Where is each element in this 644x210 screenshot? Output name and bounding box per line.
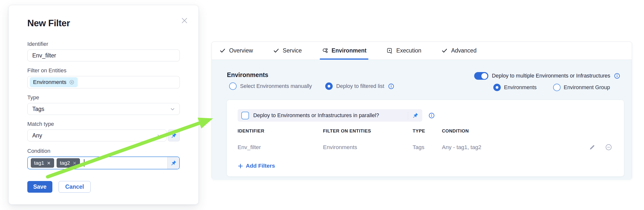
remove-tag-icon[interactable] <box>47 161 51 165</box>
radio-environments[interactable] <box>493 84 501 91</box>
tab-label: Advanced <box>451 47 476 54</box>
match-type-label: Match type <box>27 121 180 127</box>
save-button[interactable]: Save <box>27 181 52 193</box>
condition-input[interactable]: tag1 tag2 <box>27 157 180 169</box>
filters-table-header: IDENTIFIER FILTER ON ENTITIES TYPE CONDI… <box>238 128 613 134</box>
match-type-row: Any <box>27 129 180 141</box>
parallel-checkbox-label: Deploy to Environments or Infrastructure… <box>253 112 379 119</box>
condition-pin-button[interactable] <box>167 157 179 169</box>
type-select-value: Tags <box>32 106 44 112</box>
radio-icon[interactable] <box>229 83 236 90</box>
cell-identifier: Env_filter <box>238 144 323 151</box>
match-type-select[interactable]: Any <box>27 129 166 141</box>
pin-icon <box>170 160 177 166</box>
filters-card: Deploy to Environments or Infrastructure… <box>227 100 624 176</box>
radio-icon[interactable] <box>325 83 333 90</box>
new-filter-modal: New Filter Identifier Filter on Entities… <box>8 5 198 205</box>
chevron-down-icon <box>156 133 162 139</box>
deploy-multiple-toggle-row: Deploy to multiple Environments or Infra… <box>474 72 620 80</box>
remove-row-icon[interactable] <box>605 144 612 151</box>
parallel-row: Deploy to Environments or Infrastructure… <box>238 109 613 122</box>
check-icon <box>441 47 448 54</box>
parallel-checkbox[interactable] <box>241 112 249 119</box>
edit-icon[interactable] <box>589 144 596 151</box>
check-icon <box>219 47 226 54</box>
tab-execution[interactable]: Execution <box>386 42 421 59</box>
deploy-multiple-toggle[interactable] <box>474 72 488 80</box>
divider <box>408 111 408 119</box>
info-icon[interactable] <box>614 73 620 79</box>
filter-on-entities-input[interactable]: Environments <box>27 76 180 88</box>
cancel-button[interactable]: Cancel <box>58 181 90 193</box>
type-select[interactable]: Tags <box>27 103 180 115</box>
radio-environment-group[interactable] <box>553 84 560 91</box>
screen: New Filter Identifier Filter on Entities… <box>0 0 644 210</box>
column-header: TYPE <box>412 128 442 134</box>
pipeline-stage-panel: Overview Service Environment Execution A… <box>212 42 632 180</box>
parallel-checkbox-box: Deploy to Environments or Infrastructure… <box>238 109 422 122</box>
modal-title: New Filter <box>27 18 180 28</box>
identifier-label: Identifier <box>27 41 180 47</box>
tab-label: Environment <box>332 47 367 54</box>
execution-icon <box>386 47 393 54</box>
pin-icon[interactable] <box>412 112 418 119</box>
tab-label: Execution <box>396 47 421 54</box>
pin-icon <box>170 132 177 139</box>
filter-on-entities-label: Filter on Entities <box>27 67 180 74</box>
environment-target-radios: Environments Environment Group <box>493 84 610 91</box>
environment-icon <box>322 47 328 54</box>
cell-type: Tags <box>412 144 442 151</box>
environments-heading: Environments <box>227 71 268 79</box>
info-icon[interactable] <box>388 83 394 90</box>
tab-advanced[interactable]: Advanced <box>441 42 476 59</box>
tab-service[interactable]: Service <box>273 42 302 59</box>
tab-label: Service <box>283 47 302 54</box>
add-filters-button[interactable]: Add Filters <box>238 163 613 169</box>
toggle-label: Deploy to multiple Environments or Infra… <box>492 73 610 79</box>
environment-tab-content: Environments Select Environments manuall… <box>212 60 632 180</box>
tab-overview[interactable]: Overview <box>219 42 253 59</box>
radio-label: Environment Group <box>564 85 610 91</box>
radio-label: Select Environments manually <box>240 83 312 89</box>
entities-chip: Environments <box>30 77 78 87</box>
modal-buttons: Save Cancel <box>27 181 180 193</box>
close-icon[interactable] <box>180 17 188 24</box>
radio-select-manually[interactable]: Select Environments manually <box>229 83 312 90</box>
type-label: Type <box>27 94 180 101</box>
remove-tag-icon[interactable] <box>72 161 77 165</box>
column-header: IDENTIFIER <box>238 128 323 134</box>
radio-deploy-filtered[interactable]: Deploy to filtered list <box>325 83 394 90</box>
remove-chip-icon[interactable] <box>69 80 74 85</box>
row-actions <box>584 144 613 151</box>
check-icon <box>273 47 280 54</box>
match-type-select-value: Any <box>32 132 42 139</box>
condition-tag-chip: tag1 <box>31 158 54 168</box>
entities-chip-label: Environments <box>33 79 66 86</box>
info-icon[interactable] <box>428 112 435 119</box>
tag-label: tag1 <box>34 160 44 166</box>
radio-label: Environments <box>504 85 536 91</box>
tag-label: tag2 <box>60 160 70 166</box>
tab-environment[interactable]: Environment <box>322 42 367 59</box>
add-filters-label: Add Filters <box>246 163 275 169</box>
tab-label: Overview <box>229 47 253 54</box>
plus-icon <box>238 163 243 169</box>
column-header: CONDITION <box>442 128 584 134</box>
radio-label: Deploy to filtered list <box>336 83 384 89</box>
chevron-down-icon <box>170 106 176 112</box>
environment-mode-radios: Select Environments manually Deploy to f… <box>229 83 394 90</box>
condition-label: Condition <box>27 148 180 154</box>
match-type-pin-button[interactable] <box>168 129 180 141</box>
cell-condition: Any - tag1, tag2 <box>442 144 584 151</box>
condition-tags-area[interactable]: tag1 tag2 <box>28 157 167 169</box>
identifier-input[interactable] <box>27 50 180 61</box>
cell-filter-on-entities: Environments <box>323 144 412 151</box>
condition-tag-chip: tag2 <box>56 158 80 168</box>
stage-tabs: Overview Service Environment Execution A… <box>212 42 632 60</box>
text-cursor <box>84 159 85 167</box>
column-header: FILTER ON ENTITIES <box>323 128 412 134</box>
table-row[interactable]: Env_filter Environments Tags Any - tag1,… <box>238 144 613 151</box>
